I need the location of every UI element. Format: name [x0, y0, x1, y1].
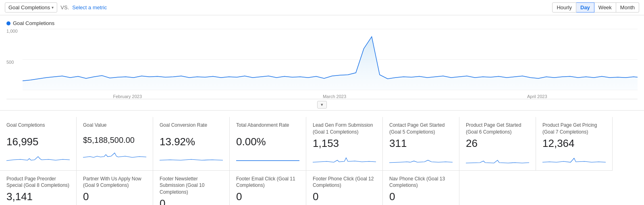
metric-title-5: Contact Page Get Started (Goal 5 Complet…: [389, 122, 453, 136]
metric-title-r2-4: Footer Phone Click (Goal 12 Completions): [313, 176, 376, 189]
metric-value-5: 311: [389, 137, 453, 150]
metric-card-footer-phone: Footer Phone Click (Goal 12 Completions)…: [306, 171, 383, 205]
metric-title-6: Product Page Get Started (Goal 6 Complet…: [466, 122, 529, 136]
toolbar: Goal Completions ▾ VS. Select a metric H…: [0, 0, 644, 15]
time-btn-week[interactable]: Week: [594, 2, 616, 13]
vs-label: VS.: [60, 4, 69, 10]
metric-value-0: 16,995: [6, 136, 70, 148]
metric-value-r2-4: 0: [313, 190, 376, 203]
x-label-mar: March 2023: [323, 94, 346, 99]
metric-title-r2-5: Nav Phone Click (Goal 13 Completions): [389, 176, 453, 189]
time-buttons-group: Hourly Day Week Month: [552, 2, 639, 13]
metric-value-3: 0.00%: [236, 136, 299, 148]
metric-card-nav-phone: Nav Phone Click (Goal 13 Completions) 0: [383, 171, 459, 205]
metric-value-7: 12,364: [542, 137, 606, 150]
legend-dot-icon: [6, 21, 10, 25]
metric-value-r2-1: 0: [83, 190, 146, 203]
metric-card-goal-value: Goal Value $5,188,500.00: [77, 117, 153, 171]
mini-chart-2: [160, 151, 223, 163]
chart-legend: Goal Completions: [6, 20, 638, 26]
x-label-apr: April 2023: [527, 94, 547, 99]
chart-divider: ▾: [6, 99, 638, 110]
chart-svg: [23, 29, 638, 91]
x-label-feb: February 2023: [113, 94, 142, 99]
metric-card-lead-gen: Lead Gen Form Submission (Goal 1 Complet…: [306, 117, 383, 171]
metric-value-r2-5: 0: [389, 190, 453, 203]
metric-card-footer-newsletter: Footer Newsletter Submission (Goal 10 Co…: [153, 171, 230, 205]
metric-title-1: Goal Value: [83, 122, 146, 134]
chart-area: Goal Completions 1,000 500: [0, 15, 644, 110]
metric-value-r2-2: 0: [160, 197, 223, 205]
metric-value-r2-3: 0: [236, 190, 299, 203]
y-axis-labels: 1,000 500: [6, 29, 23, 91]
time-btn-day[interactable]: Day: [576, 2, 594, 13]
time-btn-month[interactable]: Month: [616, 2, 639, 13]
metrics-grid: Goal Completions 16,995 Goal Value $5,18…: [0, 110, 644, 205]
metric-value-2: 13.92%: [160, 136, 223, 148]
mini-chart-7: [542, 152, 606, 164]
metric-card-product-page-pricing: Product Page Get Pricing (Goal 7 Complet…: [536, 117, 613, 171]
toolbar-left: Goal Completions ▾ VS. Select a metric: [5, 2, 107, 13]
legend-label: Goal Completions: [13, 20, 54, 26]
metric-dropdown-label: Goal Completions: [8, 4, 50, 10]
metric-card-partner: Partner With Us Apply Now (Goal 9 Comple…: [77, 171, 153, 205]
metric-title-r2-2: Footer Newsletter Submission (Goal 10 Co…: [160, 176, 223, 196]
dropdown-arrow-icon: ▾: [52, 5, 54, 10]
mini-chart-3: [236, 151, 299, 163]
metric-value-1: $5,188,500.00: [83, 136, 146, 145]
metric-title-0: Goal Completions: [6, 122, 70, 134]
y-axis-mid: 500: [6, 60, 23, 65]
metric-title-r2-1: Partner With Us Apply Now (Goal 9 Comple…: [83, 176, 146, 189]
metric-title-r2-0: Product Page Preorder Special (Goal 8 Co…: [6, 176, 70, 189]
mini-chart-5: [389, 152, 453, 164]
metric-card-contact-page: Contact Page Get Started (Goal 5 Complet…: [383, 117, 459, 171]
metric-value-6: 26: [466, 137, 529, 150]
metric-value-4: 1,153: [313, 137, 376, 150]
metric-dropdown[interactable]: Goal Completions ▾: [5, 2, 57, 13]
y-axis-top: 1,000: [6, 29, 23, 33]
mini-chart-4: [313, 152, 376, 164]
mini-chart-6: [466, 152, 529, 164]
chart-expand-button[interactable]: ▾: [317, 101, 327, 109]
metric-card-goal-completions: Goal Completions 16,995: [0, 117, 77, 171]
metric-title-7: Product Page Get Pricing (Goal 7 Complet…: [542, 122, 606, 136]
metric-card-product-page-started: Product Page Get Started (Goal 6 Complet…: [459, 117, 536, 171]
metric-card-abandonment-rate: Total Abandonment Rate 0.00%: [230, 117, 306, 171]
mini-chart-0: [6, 151, 70, 163]
metric-value-r2-0: 3,141: [6, 190, 70, 203]
mini-chart-1: [83, 147, 146, 159]
metric-title-3: Total Abandonment Rate: [236, 122, 299, 134]
metric-title-4: Lead Gen Form Submission (Goal 1 Complet…: [313, 122, 376, 136]
select-metric-link[interactable]: Select a metric: [72, 4, 107, 10]
x-axis-labels: February 2023 March 2023 April 2023: [23, 94, 638, 99]
chart-container: 1,000 500 Februar: [6, 29, 638, 99]
metric-title-2: Goal Conversion Rate: [160, 122, 223, 134]
metric-card-preorder: Product Page Preorder Special (Goal 8 Co…: [0, 171, 77, 205]
metric-title-r2-3: Footer Email Click (Goal 11 Completions): [236, 176, 299, 189]
metric-card-footer-email: Footer Email Click (Goal 11 Completions)…: [230, 171, 306, 205]
time-btn-hourly[interactable]: Hourly: [552, 2, 576, 13]
metric-card-conversion-rate: Goal Conversion Rate 13.92%: [153, 117, 230, 171]
